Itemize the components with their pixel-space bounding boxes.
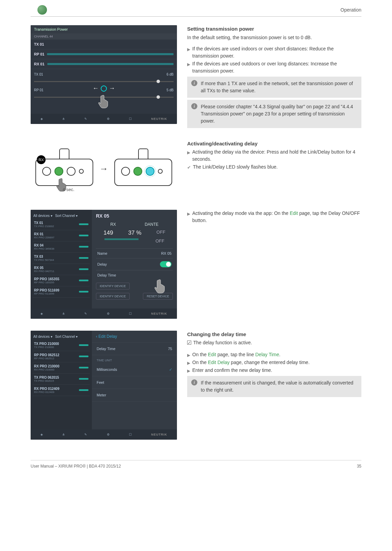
device-list-item[interactable]: TX PRO 210000TX PRO 210000 <box>33 340 90 351</box>
nav-icon[interactable]: ☐ <box>129 433 132 436</box>
device-circle-icon <box>121 167 130 176</box>
tx-slider[interactable] <box>34 81 174 82</box>
action-bullet-icon: ▶ <box>187 61 190 67</box>
rx-label: RX 01 <box>34 62 45 66</box>
brand-label: NEUTRIK <box>151 433 167 436</box>
identify-button[interactable]: IDENTIFY DEVICE <box>96 283 130 289</box>
device-list-item[interactable]: RX 05RX PRO 042711 <box>33 264 90 275</box>
device-led-blue-flash-icon <box>146 167 154 176</box>
action-bullet-icon: ▶ <box>187 360 190 366</box>
delay-time-row-label[interactable]: Delay Time <box>97 347 115 351</box>
drag-gesture-icon: ←→ <box>87 85 121 109</box>
edit-delay-screenshot: All devices ▾ Sort Channel ▾ TX PRO 2100… <box>31 331 177 440</box>
delay-time-label[interactable]: Delay Time <box>97 273 116 277</box>
delay-toggle[interactable] <box>160 261 172 267</box>
rx-col-label: RX <box>110 222 116 227</box>
page-header: Operation <box>31 0 361 17</box>
delay-label: Delay <box>97 262 107 266</box>
stat-val2: 37 % <box>128 230 142 236</box>
nav-icon[interactable]: ◈ <box>40 433 43 436</box>
section2-result1: The Link/Delay LED slowly flashes blue. <box>193 163 278 171</box>
tx-label: TX 01 <box>34 42 44 46</box>
device-button-icon <box>67 167 76 176</box>
info-box-2: i Please consider chapter "4.4.3 Signal … <box>187 100 361 128</box>
sort-dropdown[interactable]: Sort Channel <box>55 335 75 339</box>
device-small-icon <box>158 169 163 174</box>
stat-val1: 149 <box>103 230 113 236</box>
device-dropdown[interactable]: All devices <box>33 335 50 339</box>
section2-title: Activating/deactivating delay <box>187 140 361 148</box>
device-dropdown[interactable]: All devices <box>33 214 50 218</box>
info1-text: If more than 1 TX are used in the networ… <box>201 80 357 94</box>
checkmark-icon: ✓ <box>169 367 172 372</box>
action-bullet-icon: ▶ <box>187 368 190 374</box>
arrow-right-icon: → <box>99 163 108 174</box>
precondition-checkbox-icon <box>187 341 191 345</box>
device-list-item[interactable]: RX PRO 012409RX PRO 012409 <box>33 385 90 396</box>
ss1-channel-header: CHANNEL 44 <box>31 33 177 40</box>
name-value[interactable]: RX 05 <box>161 251 172 255</box>
section4-action1: On the Edit page, tap the line Delay Tim… <box>192 351 280 358</box>
device-circle-icon <box>42 167 51 176</box>
action-bullet-icon: ▶ <box>187 149 190 156</box>
time-unit-header: TIME UNIT <box>92 355 177 363</box>
sort-dropdown[interactable]: Sort Channel <box>55 214 75 218</box>
nav-icon[interactable]: ✎ <box>84 312 87 315</box>
device-press-diagram: RX 4 sec. → <box>31 140 177 198</box>
panel-title: RX 05 <box>96 213 173 219</box>
result-check-icon: ✔ <box>187 164 191 171</box>
nav-icon[interactable]: ◈ <box>40 312 43 315</box>
nav-icon[interactable]: ⋔ <box>62 312 65 315</box>
device-list-item[interactable]: RP PRO 165355RP PRO 165355 <box>33 275 90 286</box>
name-label: Name <box>97 251 107 255</box>
page-footer: User Manual – XIRIUM PRO® | BDA 470 2015… <box>31 460 361 469</box>
device-list-item[interactable]: TX 01TX PRO 210002 <box>33 219 90 230</box>
section1-action1: If the devices are used indoors or over … <box>192 45 361 60</box>
rp-value: 5 dB <box>166 88 174 92</box>
nav-icon[interactable]: ☐ <box>129 312 132 315</box>
device-list-item[interactable]: TX PRO 062015TX PRO 062015 <box>33 374 90 385</box>
dante-off: OFF <box>157 230 165 236</box>
device-list-item[interactable]: RX 01RX PRO 226697 <box>33 230 90 241</box>
brand-label: NEUTRIK <box>151 117 167 121</box>
device-list-item[interactable]: RX PRO 210000RX PRO 210000 <box>33 362 90 374</box>
device-list-item[interactable]: RP PRO 511699RP PRO 511699 <box>33 286 90 298</box>
device-list-item[interactable]: TX 03TX PRO 567344 <box>33 253 90 264</box>
nav-icon[interactable]: ⋔ <box>62 117 65 121</box>
page-number: 35 <box>357 464 361 469</box>
action-bullet-icon: ▶ <box>187 46 190 52</box>
section4-precond: The delay function is active. <box>193 339 252 346</box>
hand-tap-icon <box>154 277 167 294</box>
action-bullet-icon: ▶ <box>187 352 190 358</box>
breadcrumb-back[interactable]: Edit Delay <box>92 331 177 343</box>
section4-action3: Enter and confirm the new delay time. <box>192 367 272 374</box>
brand-logo-icon <box>37 5 47 15</box>
info-icon: i <box>191 379 197 385</box>
time-label: 4 sec. <box>63 187 75 192</box>
info3-text: If the measurement unit is changed, the … <box>201 379 357 394</box>
nav-icon[interactable]: ◈ <box>40 117 43 121</box>
device-small-icon <box>79 169 84 174</box>
nav-icon[interactable]: ✎ <box>84 117 87 121</box>
section4-action2: On the Edit Delay page, change the enter… <box>192 359 310 366</box>
nav-icon[interactable]: ✎ <box>84 433 87 436</box>
unit-feet[interactable]: Feet <box>97 380 104 384</box>
section1-action2: If the devices are used outdoors or over… <box>192 60 361 75</box>
nav-icon[interactable]: ☐ <box>129 117 132 121</box>
brand-label: NEUTRIK <box>151 312 167 315</box>
nav-icon[interactable]: ⚙ <box>107 312 110 315</box>
section1-title: Setting transmission power <box>187 25 361 33</box>
hand-pointer-icon <box>97 93 111 109</box>
nav-icon[interactable]: ⚙ <box>107 117 110 121</box>
nav-icon[interactable]: ⋔ <box>62 433 65 436</box>
unit-meter[interactable]: Meter <box>97 393 106 397</box>
device-list-item[interactable]: RP PRO 062512RP PRO 062512 <box>33 351 90 362</box>
unit-ms[interactable]: Milliseconds <box>97 367 117 372</box>
nav-icon[interactable]: ⚙ <box>107 433 110 436</box>
device-list-item[interactable]: RX 04RX PRO 345836 <box>33 241 90 253</box>
edit-link: Edit <box>290 210 298 216</box>
identify-button-2[interactable]: IDENTIFY DEVICE <box>96 293 130 300</box>
dante-col-label: DANTE <box>145 222 159 227</box>
info-box-1: i If more than 1 TX are used in the netw… <box>187 77 361 98</box>
action-bullet-icon: ▶ <box>187 211 190 217</box>
